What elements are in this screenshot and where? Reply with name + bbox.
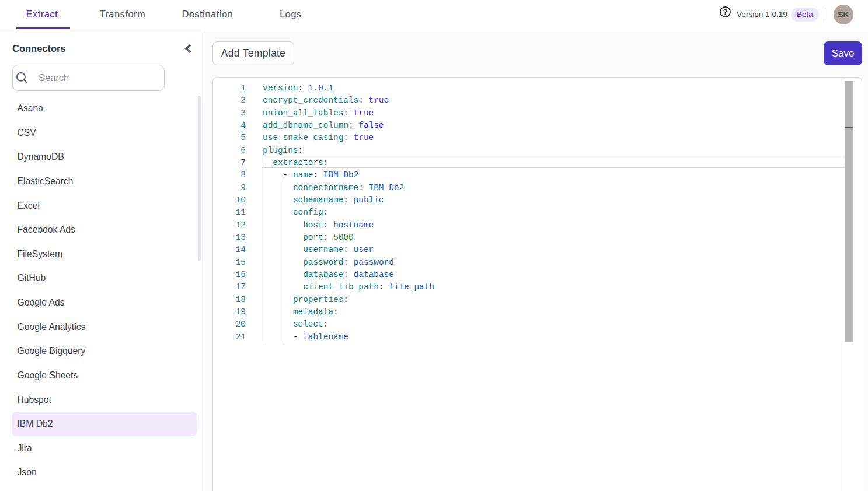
svg-text:?: ? — [723, 8, 727, 16]
